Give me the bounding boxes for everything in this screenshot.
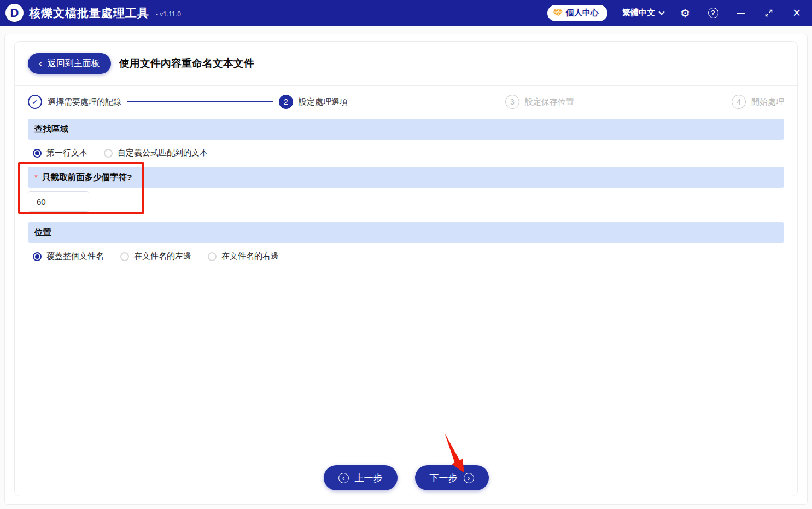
- wizard-panel: ‹ 返回到主面板 使用文件內容重命名文本文件 ✓ 選擇需要處理的記錄 2 設定處…: [14, 41, 798, 496]
- minimize-button[interactable]: [734, 7, 747, 20]
- titlebar: D 核爍文檔批量處理工具 - v1.11.0 個人中心 繁體中文 ⚙ ?: [0, 0, 812, 26]
- radio-unselected-icon: [120, 252, 129, 261]
- next-step-button[interactable]: 下一步 ›: [415, 465, 489, 490]
- step-4: 4 開始處理: [732, 95, 784, 109]
- maximize-button[interactable]: [762, 7, 775, 20]
- user-center-button[interactable]: 個人中心: [547, 5, 607, 21]
- step-1-check-icon: ✓: [28, 95, 42, 109]
- app-version: - v1.11.0: [156, 10, 181, 18]
- step-content: 查找區域 第一行文本 自定義公式匹配到的文本 * 只截取前面多少個字符? 位置: [15, 115, 797, 496]
- radio-label: 覆蓋整個文件名: [46, 251, 104, 262]
- step-1-label: 選擇需要處理的記錄: [48, 97, 121, 107]
- wizard-header: ‹ 返回到主面板 使用文件內容重命名文本文件: [15, 42, 797, 86]
- step-3-label: 設定保存位置: [525, 97, 574, 107]
- radio-first-line-text[interactable]: 第一行文本: [33, 148, 87, 158]
- step-1: ✓ 選擇需要處理的記錄: [28, 95, 121, 109]
- close-button[interactable]: ×: [790, 7, 803, 20]
- back-button-label: 返回到主面板: [48, 58, 100, 70]
- circle-chevron-right-icon: ›: [464, 473, 474, 483]
- next-step-label: 下一步: [430, 472, 458, 484]
- section-search-area-header: 查找區域: [28, 119, 784, 140]
- gem-icon: [553, 9, 563, 17]
- app-logo: D: [5, 4, 24, 22]
- main-panel: ‹ 返回到主面板 使用文件內容重命名文本文件 ✓ 選擇需要處理的記錄 2 設定處…: [4, 34, 808, 505]
- radio-unselected-icon: [208, 252, 217, 261]
- radio-selected-icon: [33, 252, 42, 261]
- radio-selected-icon: [33, 149, 42, 158]
- radio-label: 第一行文本: [46, 148, 87, 158]
- titlebar-actions: 個人中心 繁體中文 ⚙ ? ×: [547, 5, 803, 21]
- help-icon[interactable]: ?: [706, 7, 720, 20]
- step-indicator: ✓ 選擇需要處理的記錄 2 設定處理選項 3 設定保存位置 4 開始處理: [15, 86, 797, 115]
- required-asterisk: *: [34, 172, 38, 182]
- radio-left-of-filename[interactable]: 在文件名的左邊: [120, 251, 191, 262]
- section-position-title: 位置: [34, 227, 51, 239]
- radio-unselected-icon: [104, 149, 113, 158]
- user-center-label: 個人中心: [566, 8, 599, 18]
- step-2-label: 設定處理選項: [299, 97, 348, 107]
- circle-chevron-left-icon: ‹: [338, 473, 349, 483]
- step-connector: [354, 102, 499, 102]
- step-4-label: 開始處理: [751, 97, 784, 107]
- settings-gear-icon[interactable]: ⚙: [679, 7, 692, 20]
- section-char-count-header: * 只截取前面多少個字符?: [28, 167, 784, 188]
- language-selector[interactable]: 繁體中文: [622, 8, 664, 18]
- step-3-number: 3: [505, 95, 519, 109]
- maximize-icon: [764, 9, 773, 18]
- section-char-count-title: 只截取前面多少個字符?: [42, 172, 132, 183]
- radio-label: 在文件名的右邊: [221, 251, 279, 262]
- minimize-icon: [737, 13, 745, 14]
- step-4-number: 4: [732, 95, 746, 109]
- step-2-number: 2: [279, 95, 293, 109]
- position-options: 覆蓋整個文件名 在文件名的左邊 在文件名的右邊: [28, 243, 784, 270]
- radio-right-of-filename[interactable]: 在文件名的右邊: [208, 251, 279, 262]
- search-area-options: 第一行文本 自定義公式匹配到的文本: [28, 140, 784, 167]
- wizard-footer: ‹ 上一步 下一步 ›: [28, 465, 784, 493]
- chevron-left-icon: ‹: [39, 57, 43, 68]
- radio-label: 在文件名的左邊: [134, 251, 191, 262]
- step-3: 3 設定保存位置: [505, 95, 574, 109]
- page-title: 使用文件內容重命名文本文件: [119, 56, 254, 71]
- previous-step-label: 上一步: [355, 472, 383, 484]
- step-connector: [127, 101, 273, 102]
- app-title: 核爍文檔批量處理工具: [29, 5, 149, 21]
- chevron-down-icon: [658, 9, 664, 15]
- back-to-dashboard-button[interactable]: ‹ 返回到主面板: [28, 53, 111, 74]
- language-label: 繁體中文: [622, 8, 655, 18]
- section-position-header: 位置: [28, 222, 784, 243]
- radio-custom-formula-text[interactable]: 自定義公式匹配到的文本: [104, 148, 208, 158]
- char-count-input[interactable]: [28, 191, 89, 212]
- step-2: 2 設定處理選項: [279, 95, 348, 109]
- radio-overwrite-filename[interactable]: 覆蓋整個文件名: [33, 251, 104, 262]
- section-search-area-title: 查找區域: [34, 124, 68, 135]
- radio-label: 自定義公式匹配到的文本: [118, 148, 208, 158]
- step-connector: [580, 102, 726, 102]
- previous-step-button[interactable]: ‹ 上一步: [324, 465, 398, 490]
